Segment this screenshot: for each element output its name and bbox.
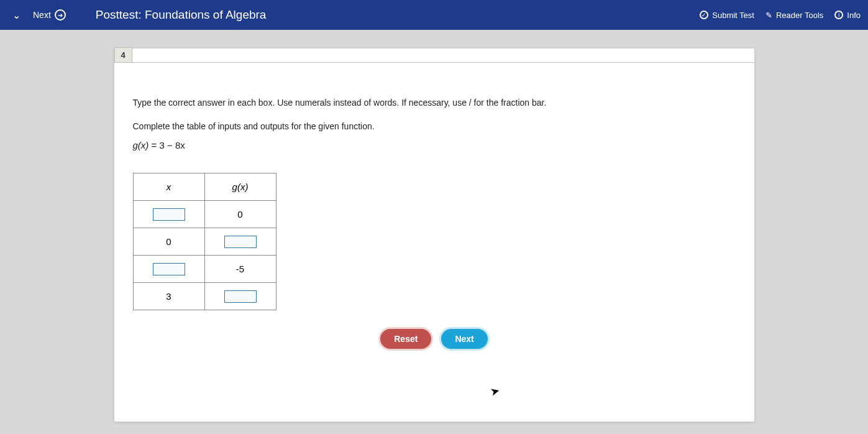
question-prompt: Complete the table of inputs and outputs… bbox=[133, 121, 736, 131]
header-gx: g(x) bbox=[204, 173, 276, 201]
header-x: x bbox=[133, 173, 204, 201]
next-nav-label: Next bbox=[33, 10, 51, 20]
formula-eq: = bbox=[148, 140, 159, 150]
reset-button[interactable]: Reset bbox=[380, 329, 431, 349]
submit-test-button[interactable]: ✓ Submit Test bbox=[700, 11, 754, 20]
cursor-icon: ➤ bbox=[488, 383, 501, 399]
page-title: Posttest: Foundations of Algebra bbox=[96, 8, 267, 22]
submit-test-label: Submit Test bbox=[712, 11, 754, 20]
gx-value-row3: -5 bbox=[204, 256, 276, 283]
reader-tools-button[interactable]: ✎ Reader Tools bbox=[765, 11, 823, 20]
question-number-badge: 4 bbox=[114, 47, 132, 63]
table-row: 0 bbox=[133, 228, 276, 256]
table-row: 0 bbox=[133, 201, 276, 228]
question-instructions: Type the correct answer in each box. Use… bbox=[133, 98, 736, 108]
table-row: 3 bbox=[133, 283, 276, 310]
check-circle-icon: ✓ bbox=[700, 11, 708, 19]
gx-input-row4[interactable] bbox=[224, 290, 257, 303]
formula-rhs: 3 − 8x bbox=[159, 140, 185, 150]
io-table: x g(x) 0 0 -5 3 bbox=[133, 173, 276, 310]
chevron-down-icon[interactable]: ⌄ bbox=[12, 9, 21, 21]
question-card: 4 Type the correct answer in each box. U… bbox=[114, 48, 754, 422]
x-input-row3[interactable] bbox=[153, 263, 185, 275]
info-icon: i bbox=[834, 11, 843, 19]
info-label: Info bbox=[847, 11, 861, 20]
x-value-row2: 0 bbox=[133, 228, 204, 256]
topbar: ⌄ Next ➔ Posttest: Foundations of Algebr… bbox=[0, 0, 868, 30]
formula-lhs: g(x) bbox=[133, 140, 149, 150]
x-value-row4: 3 bbox=[133, 283, 204, 310]
arrow-right-circle-icon: ➔ bbox=[55, 9, 66, 21]
wand-icon: ✎ bbox=[765, 11, 772, 20]
next-nav[interactable]: Next ➔ bbox=[33, 9, 66, 21]
x-input-row1[interactable] bbox=[153, 208, 185, 221]
info-button[interactable]: i Info bbox=[834, 11, 861, 20]
next-button[interactable]: Next bbox=[441, 329, 487, 349]
table-row: -5 bbox=[133, 256, 276, 283]
button-row: Reset Next bbox=[133, 329, 736, 349]
function-formula: g(x) = 3 − 8x bbox=[133, 140, 736, 150]
gx-value-row1: 0 bbox=[204, 201, 276, 228]
reader-tools-label: Reader Tools bbox=[776, 11, 823, 20]
table-header-row: x g(x) bbox=[133, 173, 276, 201]
gx-input-row2[interactable] bbox=[224, 236, 257, 248]
